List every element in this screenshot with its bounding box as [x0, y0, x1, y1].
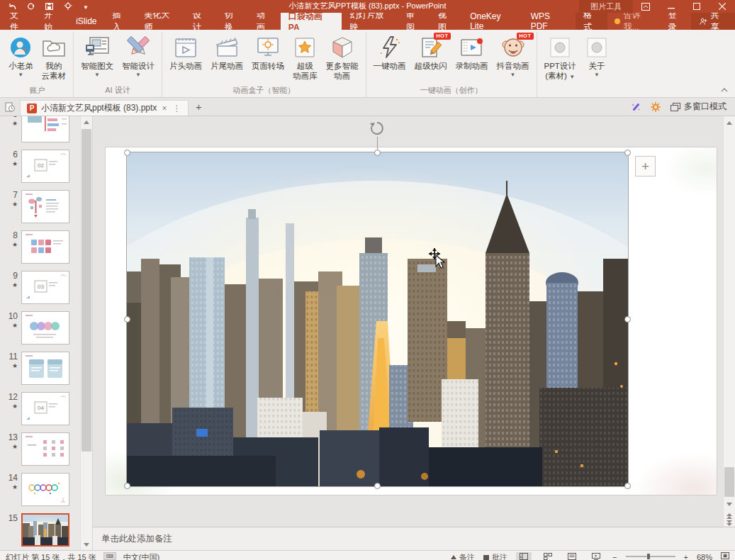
rotation-handle[interactable] [369, 120, 386, 140]
tab-insert[interactable]: 插入 [104, 13, 136, 30]
sidebar-scroll-up-button[interactable] [81, 116, 92, 128]
minimize-button[interactable] [658, 0, 684, 13]
undo-icon[interactable] [9, 0, 16, 13]
sidebar-scrollbar-thumb[interactable] [82, 129, 91, 452]
resize-handle-bottom-left[interactable] [124, 483, 130, 489]
slide-list-item[interactable]: 6★ 02 [0, 150, 79, 183]
save-icon[interactable] [45, 0, 53, 13]
slide-list-item[interactable]: 10★ [0, 311, 79, 345]
outro-animation-button[interactable]: 片尾动画 [206, 33, 247, 85]
resize-handle-middle-left[interactable] [124, 316, 130, 323]
smart-graphics-button[interactable]: 智能图文 ▼ [77, 33, 118, 85]
resize-handle-top-left[interactable] [124, 150, 130, 156]
douyin-animation-button[interactable]: HOT 抖音动画 ▼ [493, 33, 534, 85]
tab-file[interactable]: 文件 [0, 13, 36, 30]
magic-wand-icon[interactable] [631, 102, 641, 112]
slide-editing-canvas[interactable]: + [93, 116, 735, 527]
normal-view-button[interactable] [516, 552, 532, 560]
zoom-in-button[interactable]: + [684, 552, 688, 560]
tab-review[interactable]: 审阅 [398, 13, 430, 30]
slide-thumbnail[interactable] [21, 432, 69, 466]
tab-view[interactable]: 视图 [430, 13, 462, 30]
sign-in-button[interactable]: 登录 [661, 13, 692, 30]
slide-list-item[interactable]: 14★ [0, 473, 79, 506]
multi-window-mode-button[interactable]: 多窗口模式 [671, 101, 726, 113]
tab-design[interactable]: 设计 [185, 13, 217, 30]
resize-handle-middle-right[interactable] [624, 316, 631, 323]
slide-list-item[interactable]: 9★ 03 [0, 271, 79, 304]
tab-wps-pdf[interactable]: WPS PDF [523, 13, 576, 30]
my-cloud-assets-button[interactable]: 我的云素材 [38, 33, 71, 85]
start-slideshow-icon[interactable] [64, 0, 72, 13]
tab-meihua[interactable]: 美化大师 [137, 13, 185, 30]
redo-icon[interactable] [27, 0, 35, 13]
zoom-slider-thumb[interactable] [647, 554, 650, 559]
next-slide-button[interactable] [724, 517, 735, 527]
maximize-button[interactable] [684, 0, 709, 13]
slide-thumbnail[interactable] [21, 311, 69, 345]
slide-list-item[interactable]: 5★ [0, 116, 79, 142]
canvas-scrollbar-thumb[interactable] [724, 467, 734, 497]
ime-indicator-icon[interactable]: ⌨ [103, 552, 116, 560]
qat-customize-icon[interactable]: ▼ [83, 5, 89, 10]
collapse-ribbon-button[interactable] [721, 82, 728, 95]
slide-thumbnail-selected[interactable] [21, 513, 69, 547]
slide-thumbnail[interactable] [21, 230, 69, 264]
account-user-button[interactable]: 小老弟 ▼ [4, 33, 38, 85]
slide-list-item[interactable]: 12★ 04 [0, 392, 79, 425]
ppt-design-assets-button[interactable]: PPT设计(素材) ▼ [540, 33, 580, 85]
canvas-scroll-down-button[interactable] [724, 499, 735, 510]
tab-format[interactable]: 格式 [576, 13, 607, 30]
sidebar-scroll-down-button[interactable] [81, 539, 92, 550]
resize-handle-bottom-center[interactable] [374, 483, 381, 489]
language-indicator[interactable]: 中文(中国) [123, 552, 159, 560]
about-button[interactable]: 关于 ▼ [580, 33, 613, 85]
onekey-animation-button[interactable]: 一键动画 [369, 33, 410, 85]
slide-thumbnail[interactable] [21, 473, 69, 506]
tell-me-box[interactable]: 告诉我... [607, 13, 661, 30]
tab-menu-icon[interactable]: ⋮ [172, 103, 181, 113]
close-button[interactable] [709, 0, 735, 13]
tab-home[interactable]: 开始 [36, 13, 68, 30]
slide-list-item[interactable]: 13★ [0, 432, 79, 466]
resize-handle-bottom-right[interactable] [624, 483, 631, 489]
slide-sorter-view-button[interactable] [540, 552, 556, 560]
tab-islide[interactable]: iSlide [68, 13, 104, 30]
slide-list-item[interactable]: 11★ [0, 352, 79, 385]
slide-image[interactable] [127, 152, 628, 486]
canvas-scroll-up-button[interactable] [724, 118, 735, 128]
slideshow-view-button[interactable] [588, 552, 604, 560]
ribbon-display-options-button[interactable] [633, 0, 658, 13]
slide-list-item[interactable]: 15 [0, 513, 79, 547]
history-icon[interactable] [0, 98, 20, 116]
more-smart-animation-button[interactable]: 更多智能动画 [322, 33, 363, 85]
pocket-animation-add-button[interactable]: + [635, 156, 656, 177]
tab-animations[interactable]: 动画 [249, 13, 281, 30]
reading-view-button[interactable] [564, 552, 580, 560]
settings-gear-icon[interactable] [651, 102, 661, 112]
page-transition-button[interactable]: 页面转场 [247, 33, 288, 85]
notes-toggle-button[interactable]: 备注 [451, 552, 475, 560]
zoom-slider[interactable] [626, 556, 675, 557]
zoom-out-button[interactable]: − [612, 552, 617, 560]
tab-transitions[interactable]: 切换 [217, 13, 249, 30]
tab-pocket-animation[interactable]: 口袋动画 PA [281, 13, 342, 30]
tab-onekey-lite[interactable]: OneKey Lite [462, 13, 522, 30]
zoom-percentage[interactable]: 68% [697, 552, 712, 560]
record-animation-button[interactable]: 录制动画 [451, 33, 493, 85]
slide-thumbnail[interactable]: 02 [21, 150, 69, 183]
sidebar-scrollbar[interactable] [80, 116, 92, 550]
canvas-scrollbar[interactable] [723, 116, 735, 527]
comments-toggle-button[interactable]: 批注 [483, 552, 507, 560]
fit-to-window-icon[interactable]: ▣ [721, 552, 729, 559]
notes-pane[interactable]: 单击此处添加备注 [93, 527, 735, 550]
share-button[interactable]: 共享 [691, 13, 735, 30]
super-flash-button[interactable]: HOT 超级快闪 [410, 33, 451, 85]
super-animation-library-button[interactable]: 超级动画库 [288, 33, 322, 85]
close-tab-icon[interactable]: × [161, 103, 167, 113]
new-tab-button[interactable]: + [189, 98, 208, 116]
resize-handle-top-right[interactable] [624, 150, 631, 156]
slide-thumbnail[interactable]: 04 [21, 392, 69, 425]
slide-list-item[interactable]: 8★ [0, 230, 79, 264]
resize-handle-top-center[interactable] [374, 150, 381, 156]
